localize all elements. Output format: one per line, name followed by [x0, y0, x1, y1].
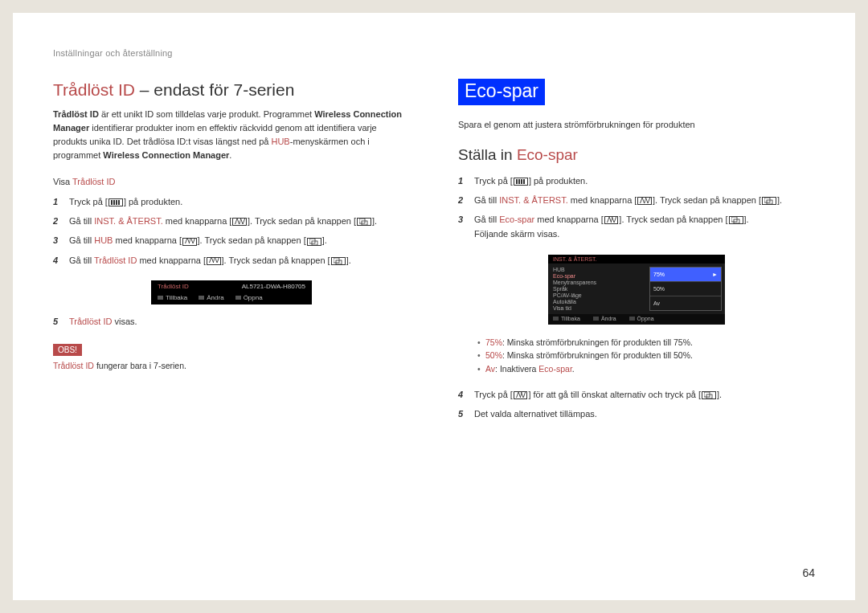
manual-page: Inställningar och återställning Trådlöst…	[13, 13, 855, 600]
enter-icon	[307, 238, 321, 246]
sub-heading-visa: Visa Trådlöst ID	[53, 177, 410, 186]
right-step-1: Tryck på [] på produkten.	[458, 174, 815, 188]
svg-rect-3	[312, 241, 317, 245]
osd-screenshot-id: Trådlöst ID AL5721-DWA-H80705 Tillbaka Ä…	[151, 280, 312, 304]
enter-icon	[702, 391, 716, 399]
left-step-1: Tryck på [] på produkten.	[53, 194, 410, 209]
left-steps: Tryck på [] på produkten. Gå till INST. …	[53, 194, 410, 268]
option-75: 75%: Minska strömförbrukningen för produ…	[477, 336, 815, 349]
updown-icon: ᐱ/ᐯ	[182, 238, 197, 246]
right-step-3: Gå till Eco-spar med knapparna [ᐱ/ᐯ]. Tr…	[458, 212, 815, 241]
heading-wireless-id: Trådlöst ID – endast för 7-serien	[53, 80, 410, 100]
heading-stalla-in: Ställa in Eco-spar	[458, 146, 815, 164]
enter-icon	[357, 218, 371, 226]
svg-rect-11	[706, 394, 712, 398]
enter-icon	[729, 216, 743, 224]
obs-note: Trådlöst ID fungerar bara i 7-serien.	[53, 361, 410, 370]
left-step-3: Gå till HUB med knapparna [ᐱ/ᐯ]. Tryck s…	[53, 233, 410, 247]
svg-rect-7	[767, 200, 772, 204]
right-step-2: Gå till INST. & ÅTERST. med knapparna [ᐱ…	[458, 193, 815, 207]
left-step-4: Gå till Trådlöst ID med knapparna [ᐱ/ᐯ].…	[53, 253, 410, 268]
svg-rect-9	[734, 219, 739, 223]
breadcrumb: Inställningar och återställning	[53, 48, 410, 58]
left-step-2: Gå till INST. & ÅTERST. med knapparna [ᐱ…	[53, 214, 410, 228]
svg-rect-5	[336, 260, 342, 264]
osd-screenshot-eco: INST. & ÅTERST. HUB Eco-spar Menytranspa…	[548, 255, 725, 325]
right-step-5: Det valda alternativet tillämpas.	[458, 407, 815, 421]
right-step-4: Tryck på [ᐱ/ᐯ] för att gå till önskat al…	[458, 387, 815, 402]
menu-icon	[108, 198, 123, 206]
right-steps-cont: Tryck på [ᐱ/ᐯ] för att gå till önskat al…	[458, 387, 815, 421]
right-steps: Tryck på [] på produkten. Gå till INST. …	[458, 174, 815, 242]
enter-icon	[331, 257, 346, 265]
left-steps-cont: Trådlöst ID visas.	[53, 314, 410, 329]
svg-rect-1	[362, 221, 367, 225]
right-column: Eco-spar Spara el genom att justera strö…	[458, 48, 815, 565]
eco-intro: Spara el genom att justera strömförbrukn…	[458, 118, 815, 132]
obs-badge: OBS!	[53, 344, 82, 356]
updown-icon: ᐱ/ᐯ	[514, 391, 528, 399]
option-50: 50%: Minska strömförbrukningen för produ…	[477, 349, 815, 362]
left-step-5: Trådlöst ID visas.	[53, 314, 410, 329]
page-number: 64	[802, 566, 815, 579]
eco-spar-heading: Eco-spar	[458, 79, 545, 105]
updown-icon: ᐱ/ᐯ	[232, 218, 247, 226]
eco-options-list: 75%: Minska strömförbrukningen för produ…	[458, 336, 815, 376]
option-off: Av: Inaktivera Eco-spar.	[477, 362, 815, 376]
menu-icon	[514, 178, 528, 186]
updown-icon: ᐱ/ᐯ	[637, 197, 652, 205]
intro-paragraph: Trådlöst ID är ett unikt ID som tilldela…	[53, 108, 410, 162]
enter-icon	[762, 197, 776, 205]
left-column: Inställningar och återställning Trådlöst…	[53, 48, 410, 565]
updown-icon: ᐱ/ᐯ	[604, 216, 619, 224]
updown-icon: ᐱ/ᐯ	[207, 257, 221, 265]
